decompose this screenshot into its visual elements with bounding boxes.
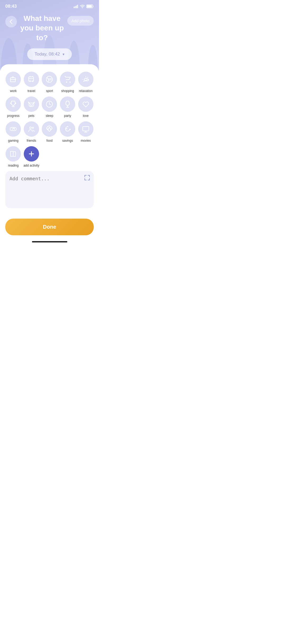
sun-cloud-icon bbox=[82, 76, 89, 83]
activity-circle-sleep bbox=[42, 96, 57, 112]
svg-point-13 bbox=[70, 82, 70, 82]
activity-item-love[interactable]: love bbox=[78, 96, 94, 118]
activity-circle-reading bbox=[6, 146, 21, 162]
svg-point-26 bbox=[32, 127, 34, 128]
activity-circle-add_activity bbox=[24, 146, 39, 162]
svg-rect-0 bbox=[74, 7, 74, 8]
activity-item-party[interactable]: party bbox=[60, 96, 76, 118]
activity-circle-love bbox=[78, 96, 93, 112]
activity-circle-friends bbox=[24, 121, 39, 137]
activity-item-friends[interactable]: friends bbox=[23, 121, 40, 142]
activity-label-shopping: shopping bbox=[61, 89, 74, 93]
activity-label-friends: friends bbox=[27, 139, 36, 142]
svg-rect-1 bbox=[75, 6, 76, 8]
date-picker-button[interactable]: Today, 08:42 ▾ bbox=[27, 48, 72, 60]
home-indicator bbox=[0, 238, 99, 244]
activity-circle-work bbox=[6, 72, 21, 87]
svg-point-28 bbox=[48, 129, 49, 130]
activities-grid: worktravelsportshoppingrelaxationprogres… bbox=[5, 72, 94, 167]
add-photo-button[interactable]: Add photo bbox=[67, 16, 94, 26]
wine-icon bbox=[64, 100, 71, 108]
signal-icon bbox=[74, 5, 78, 8]
activity-item-gaming[interactable]: gaming bbox=[5, 121, 21, 142]
activity-circle-gaming bbox=[6, 121, 21, 137]
clock-icon bbox=[46, 100, 53, 108]
activity-circle-sport bbox=[42, 72, 57, 87]
chevron-down-icon: ▾ bbox=[63, 52, 64, 56]
done-button[interactable]: Done bbox=[5, 219, 94, 235]
svg-rect-31 bbox=[83, 127, 89, 131]
activity-circle-savings bbox=[60, 121, 75, 137]
header-content: What have you been up to? Add photo bbox=[5, 14, 94, 43]
back-button[interactable] bbox=[5, 16, 17, 27]
heart-icon bbox=[82, 100, 89, 108]
activity-circle-party bbox=[60, 96, 75, 112]
expand-icon[interactable] bbox=[84, 175, 90, 182]
svg-rect-3 bbox=[77, 5, 78, 8]
svg-rect-2 bbox=[76, 6, 77, 8]
cat-icon bbox=[28, 100, 35, 108]
svg-point-29 bbox=[50, 129, 51, 130]
comment-input[interactable] bbox=[10, 176, 89, 202]
svg-point-18 bbox=[32, 104, 32, 105]
main-card: worktravelsportshoppingrelaxationprogres… bbox=[0, 64, 99, 213]
activity-label-sleep: sleep bbox=[46, 114, 53, 118]
activity-circle-pets bbox=[24, 96, 39, 112]
activity-item-movies[interactable]: movies bbox=[78, 121, 94, 142]
piggy-icon bbox=[64, 125, 71, 133]
pizza-icon bbox=[46, 125, 53, 133]
activity-circle-movies bbox=[78, 121, 93, 137]
briefcase-icon bbox=[10, 76, 17, 83]
bus-icon bbox=[28, 76, 35, 83]
trophy-icon bbox=[10, 100, 17, 108]
activity-item-savings[interactable]: savings bbox=[60, 121, 76, 142]
home-bar bbox=[32, 241, 67, 242]
activity-item-travel[interactable]: travel bbox=[23, 72, 40, 93]
status-bar: 08:43 bbox=[5, 0, 94, 12]
svg-point-12 bbox=[66, 82, 67, 82]
activity-label-gaming: gaming bbox=[8, 139, 18, 142]
activity-label-movies: movies bbox=[81, 139, 91, 142]
activity-item-sleep[interactable]: sleep bbox=[41, 96, 58, 118]
activity-circle-travel bbox=[24, 72, 39, 87]
activity-label-work: work bbox=[10, 89, 17, 93]
monitor-icon bbox=[82, 125, 89, 133]
page-title: What have you been up to? bbox=[17, 14, 67, 43]
svg-rect-22 bbox=[10, 127, 16, 131]
activity-item-relaxation[interactable]: relaxation bbox=[78, 72, 94, 93]
activity-label-pets: pets bbox=[29, 114, 35, 118]
activity-label-reading: reading bbox=[8, 164, 18, 167]
svg-point-17 bbox=[30, 104, 31, 105]
header-background: 08:43 bbox=[0, 0, 99, 71]
activity-label-relaxation: relaxation bbox=[79, 89, 93, 93]
svg-point-11 bbox=[46, 76, 53, 82]
activity-label-love: love bbox=[83, 114, 89, 118]
activity-label-add_activity: add activity bbox=[23, 164, 39, 167]
svg-rect-6 bbox=[87, 5, 92, 8]
svg-point-30 bbox=[66, 128, 67, 129]
cart-icon bbox=[64, 76, 71, 83]
activity-label-food: food bbox=[46, 139, 53, 142]
activity-label-savings: savings bbox=[62, 139, 73, 142]
activity-item-food[interactable]: food bbox=[41, 121, 58, 142]
status-icons bbox=[74, 4, 94, 8]
wifi-icon bbox=[80, 4, 85, 8]
activity-item-work[interactable]: work bbox=[5, 72, 21, 93]
svg-point-25 bbox=[30, 127, 31, 129]
activity-circle-relaxation bbox=[78, 72, 93, 87]
date-pill-text: Today, 08:42 bbox=[35, 52, 60, 57]
book-icon bbox=[10, 150, 17, 158]
svg-point-4 bbox=[82, 8, 83, 8]
activity-item-sport[interactable]: sport bbox=[41, 72, 58, 93]
activity-item-progress[interactable]: progress bbox=[5, 96, 21, 118]
status-time: 08:43 bbox=[5, 4, 17, 9]
svg-point-27 bbox=[49, 127, 50, 128]
activity-item-shopping[interactable]: shopping bbox=[60, 72, 76, 93]
activity-circle-shopping bbox=[60, 72, 75, 87]
activity-item-reading[interactable]: reading bbox=[5, 146, 21, 167]
activity-circle-food bbox=[42, 121, 57, 137]
activity-item-pets[interactable]: pets bbox=[23, 96, 40, 118]
gamepad-icon bbox=[10, 125, 17, 133]
svg-point-24 bbox=[13, 128, 14, 129]
activity-item-add_activity[interactable]: add activity bbox=[23, 146, 40, 167]
